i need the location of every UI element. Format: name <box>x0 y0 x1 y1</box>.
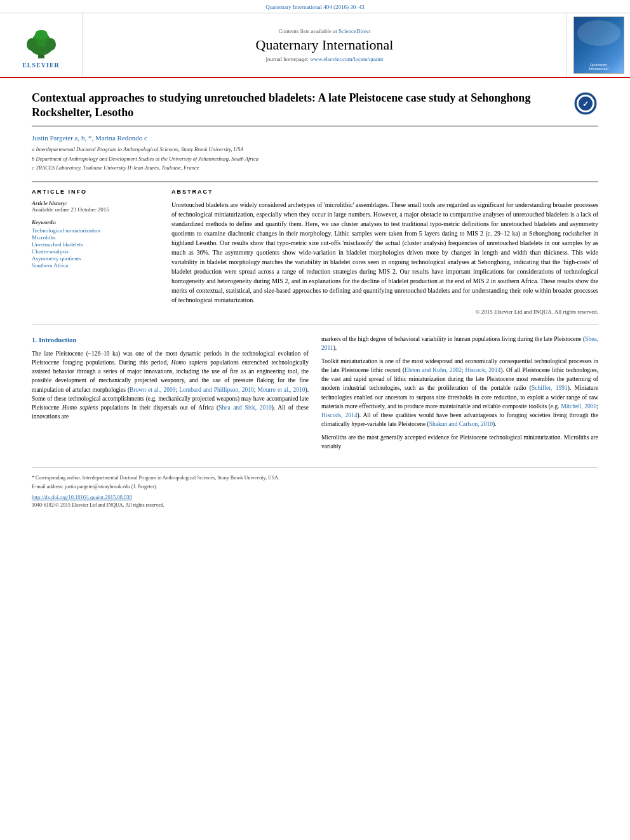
svg-point-3 <box>35 30 48 40</box>
keyword-2[interactable]: Microliths <box>32 234 159 241</box>
journal-header: ELSEVIER Contents lists available at Sci… <box>0 13 630 78</box>
ref-shea-sisk-2010[interactable]: Shea and Sisk, 2010 <box>218 404 272 411</box>
available-online: Available online 23 October 2015 <box>32 206 159 213</box>
doi-link[interactable]: http://dx.doi.org/10.1016/j.quaint.2015.… <box>32 494 598 500</box>
abstract-panel: ABSTRACT Unretouched bladelets are widel… <box>171 189 598 315</box>
affiliations: a Interdepartmental Doctoral Program in … <box>32 145 598 172</box>
ref-schiffer-1991[interactable]: Schiffer, 1991 <box>532 385 568 391</box>
elsevier-text: ELSEVIER <box>22 62 60 69</box>
svg-point-4 <box>27 38 37 51</box>
ref-mitchell-2000[interactable]: Mitchell, 2000 <box>561 403 596 410</box>
article-title-section: Contextual approaches to studying unreto… <box>32 91 598 126</box>
journal-title: Quaternary International <box>256 37 394 53</box>
article-info-row: ARTICLE INFO Article history: Available … <box>32 182 598 315</box>
ref-shakun-carlson-2010[interactable]: Shakun and Carlson, 2010 <box>429 421 493 427</box>
journal-citation-bar: Quaternary International 404 (2016) 30–4… <box>0 0 630 13</box>
contents-label: Contents lists available at <box>279 28 337 34</box>
authors-section: Justin Pargeter a, b, *, Marina Redondo … <box>32 134 598 172</box>
body-col-right: markers of the high degree of behavioral… <box>321 335 598 455</box>
abstract-text: Unretouched bladelets are widely conside… <box>171 200 598 305</box>
ref-mourre-2010[interactable]: Mourre et al., 2010 <box>257 387 305 393</box>
keyword-6[interactable]: Southern Africa <box>32 262 159 269</box>
section-num: 1. <box>32 336 39 343</box>
authors-line: Justin Pargeter a, b, *, Marina Redondo … <box>32 134 598 142</box>
elsevier-tree-icon <box>16 22 67 60</box>
page: Quaternary International 404 (2016) 30–4… <box>0 0 630 521</box>
keyword-3[interactable]: Unretouched bladelets <box>32 241 159 248</box>
ref-hiscock-2014b[interactable]: Hiscock, 2014 <box>321 412 358 418</box>
article-title: Contextual approaches to studying unreto… <box>32 91 566 121</box>
footnote-2: E-mail address: justin.pargeter@stonybro… <box>32 483 598 490</box>
intro-para-2: markers of the high degree of behavioral… <box>321 335 598 353</box>
affiliation-a: a Interdepartmental Doctoral Program in … <box>32 145 598 154</box>
journal-cover-area: QuaternaryInternational <box>566 13 630 77</box>
keywords-section: Keywords: Technological miniaturization … <box>32 219 159 269</box>
intro-para-3: Toolkit miniaturization is one of the mo… <box>321 357 598 429</box>
body-col-left: 1. Introduction The late Pleistocene (~1… <box>32 335 309 455</box>
intro-para-4: Microliths are the most generally accept… <box>321 433 598 451</box>
sciencedirect-link[interactable]: ScienceDirect <box>338 28 370 34</box>
article-info-panel: ARTICLE INFO Article history: Available … <box>32 189 159 315</box>
abstract-label: ABSTRACT <box>171 189 598 195</box>
cover-text: QuaternaryInternational <box>589 63 608 70</box>
sciencedirect-line: Contents lists available at ScienceDirec… <box>279 28 371 34</box>
publisher-logo-area: ELSEVIER <box>0 13 83 77</box>
journal-citation: Quaternary International 404 (2016) 30–4… <box>265 4 364 10</box>
section-title: Introduction <box>39 336 77 343</box>
article-container: Contextual approaches to studying unreto… <box>0 78 630 521</box>
ref-hiscock-2014[interactable]: Hiscock, 2014 <box>466 367 501 373</box>
article-footer: * Corresponding author. Interdepartmenta… <box>32 467 598 508</box>
section-number: 1. Introduction <box>32 335 309 345</box>
history-label: Article history: <box>32 200 159 206</box>
intro-para-1: The late Pleistocene (~126–10 ka) was on… <box>32 349 309 422</box>
svg-point-5 <box>46 38 56 51</box>
keywords-label: Keywords: <box>32 219 159 225</box>
footnote-1: * Corresponding author. Interdepartmenta… <box>32 474 598 481</box>
crossmark-icon: ✓ <box>573 91 598 116</box>
ref-brown-2009[interactable]: Brown et al., 2009 <box>130 387 175 393</box>
ref-lombard-2010[interactable]: Lombard and Phillipson, 2010 <box>179 387 254 393</box>
svg-text:✓: ✓ <box>582 100 589 109</box>
ref-elston-kuhn-2002[interactable]: Elston and Kuhn, 2002 <box>405 367 462 373</box>
crossmark-area: ✓ <box>566 91 598 117</box>
homepage-label: journal homepage: <box>266 56 309 62</box>
keyword-5[interactable]: Asymmetry quotients <box>32 255 159 262</box>
affiliation-c: c TRACES Laboratory, Toulouse University… <box>32 164 598 172</box>
body-columns: 1. Introduction The late Pleistocene (~1… <box>32 335 598 455</box>
journal-homepage-line: journal homepage: www.elsevier.com/locat… <box>266 56 384 62</box>
email-link[interactable]: justin.pargeter@stonybrook.edu <box>65 484 130 490</box>
elsevier-logo: ELSEVIER <box>16 22 67 69</box>
abstract-copyright: © 2015 Elsevier Ltd and INQUA. All right… <box>171 309 598 315</box>
journal-cover-image: QuaternaryInternational <box>573 17 624 74</box>
article-history: Article history: Available online 23 Oct… <box>32 200 159 213</box>
issn-text: 1040-6182/© 2015 Elsevier Ltd and INQUA.… <box>32 502 598 508</box>
article-info-label: ARTICLE INFO <box>32 189 159 195</box>
affiliation-b: b Department of Anthropology and Develop… <box>32 155 598 163</box>
keyword-4[interactable]: Cluster-analysis <box>32 248 159 255</box>
ref-shea-2011[interactable]: Shea, 2011 <box>321 336 598 351</box>
section-divider <box>32 324 598 325</box>
journal-title-area: Contents lists available at ScienceDirec… <box>83 13 566 77</box>
homepage-url[interactable]: www.elsevier.com/locate/quaint <box>310 56 383 62</box>
keyword-1[interactable]: Technological miniaturization <box>32 227 159 234</box>
